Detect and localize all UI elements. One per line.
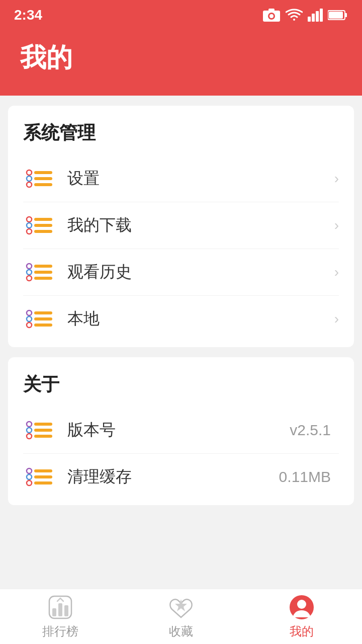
svg-point-17 bbox=[27, 217, 32, 222]
svg-rect-14 bbox=[34, 171, 52, 174]
settings-chevron: › bbox=[334, 171, 339, 187]
svg-point-2 bbox=[269, 14, 274, 18]
wifi-icon bbox=[286, 9, 303, 22]
history-label: 观看历史 bbox=[67, 261, 334, 283]
nav-mine-label: 我的 bbox=[290, 623, 314, 639]
status-bar: 2:34 bbox=[0, 0, 362, 30]
svg-point-42 bbox=[27, 474, 32, 479]
svg-rect-48 bbox=[52, 608, 56, 616]
version-value: v2.5.1 bbox=[290, 422, 331, 439]
favorites-icon bbox=[168, 594, 194, 620]
svg-rect-50 bbox=[64, 605, 68, 616]
downloads-chevron: › bbox=[334, 217, 339, 233]
svg-rect-40 bbox=[34, 435, 52, 438]
nav-mine[interactable]: 我的 bbox=[261, 594, 342, 639]
svg-rect-16 bbox=[34, 183, 52, 186]
svg-point-53 bbox=[297, 600, 306, 609]
svg-point-37 bbox=[27, 434, 32, 439]
photo-icon bbox=[262, 8, 281, 22]
mine-icon bbox=[289, 594, 315, 620]
svg-rect-5 bbox=[312, 14, 315, 22]
ranking-icon bbox=[47, 594, 73, 620]
local-label: 本地 bbox=[67, 308, 334, 330]
svg-point-35 bbox=[27, 422, 32, 427]
about-section-title: 关于 bbox=[23, 372, 339, 397]
svg-rect-28 bbox=[34, 277, 52, 280]
svg-rect-9 bbox=[345, 13, 347, 17]
nav-favorites[interactable]: 收藏 bbox=[141, 594, 221, 639]
nav-ranking-label: 排行榜 bbox=[42, 623, 78, 639]
cache-icon bbox=[23, 465, 55, 489]
svg-rect-26 bbox=[34, 265, 52, 268]
svg-rect-22 bbox=[34, 230, 52, 233]
cache-value: 0.11MB bbox=[279, 468, 331, 486]
svg-rect-38 bbox=[34, 423, 52, 426]
svg-point-41 bbox=[27, 468, 32, 473]
svg-rect-10 bbox=[329, 12, 343, 19]
cache-label: 清理缓存 bbox=[67, 466, 279, 488]
svg-point-19 bbox=[27, 229, 32, 234]
settings-label: 设置 bbox=[67, 168, 334, 190]
svg-rect-45 bbox=[34, 475, 52, 478]
svg-point-25 bbox=[27, 276, 32, 281]
nav-favorites-label: 收藏 bbox=[169, 623, 193, 639]
history-icon bbox=[23, 260, 55, 284]
version-icon bbox=[23, 418, 55, 442]
svg-rect-7 bbox=[320, 9, 323, 22]
svg-point-31 bbox=[27, 323, 32, 328]
cache-item[interactable]: 清理缓存 0.11MB bbox=[23, 454, 339, 500]
svg-rect-46 bbox=[34, 481, 52, 485]
svg-point-24 bbox=[27, 270, 32, 275]
svg-point-36 bbox=[27, 428, 32, 433]
svg-rect-20 bbox=[34, 218, 52, 221]
settings-item[interactable]: 设置 › bbox=[23, 155, 339, 202]
history-item[interactable]: 观看历史 › bbox=[23, 249, 339, 296]
downloads-item[interactable]: 我的下载 › bbox=[23, 202, 339, 249]
history-chevron: › bbox=[334, 264, 339, 280]
nav-ranking[interactable]: 排行榜 bbox=[20, 594, 101, 639]
system-section: 系统管理 设置 › 我的下载 bbox=[8, 106, 354, 347]
svg-point-13 bbox=[27, 182, 32, 187]
svg-rect-39 bbox=[34, 429, 52, 432]
version-item: 版本号 v2.5.1 bbox=[23, 407, 339, 454]
svg-rect-33 bbox=[34, 317, 52, 320]
main-content: 系统管理 设置 › 我的下载 bbox=[0, 96, 362, 589]
svg-point-18 bbox=[27, 223, 32, 228]
svg-point-43 bbox=[27, 480, 32, 486]
signal-icon bbox=[308, 9, 323, 22]
svg-rect-15 bbox=[34, 177, 52, 180]
svg-rect-32 bbox=[34, 311, 52, 314]
svg-point-29 bbox=[27, 310, 32, 315]
about-section: 关于 版本号 v2.5.1 清理缓存 bbox=[8, 357, 354, 505]
settings-icon bbox=[23, 167, 55, 191]
version-label: 版本号 bbox=[67, 419, 290, 441]
svg-rect-34 bbox=[34, 324, 52, 327]
local-item[interactable]: 本地 › bbox=[23, 296, 339, 342]
svg-rect-49 bbox=[58, 603, 62, 616]
svg-rect-3 bbox=[268, 9, 275, 11]
header: 我的 bbox=[0, 30, 362, 96]
system-section-title: 系统管理 bbox=[23, 121, 339, 145]
local-icon bbox=[23, 307, 55, 331]
downloads-label: 我的下载 bbox=[67, 214, 334, 236]
local-chevron: › bbox=[334, 311, 339, 327]
svg-rect-27 bbox=[34, 271, 52, 274]
svg-rect-6 bbox=[316, 11, 319, 22]
status-icons bbox=[262, 8, 348, 22]
page-title: 我的 bbox=[20, 40, 342, 75]
svg-rect-21 bbox=[34, 224, 52, 227]
svg-point-30 bbox=[27, 316, 32, 321]
downloads-icon bbox=[23, 213, 55, 237]
svg-point-12 bbox=[27, 176, 32, 181]
svg-point-11 bbox=[27, 170, 32, 175]
battery-icon bbox=[328, 10, 348, 21]
svg-marker-51 bbox=[175, 599, 187, 611]
status-time: 2:34 bbox=[14, 7, 42, 23]
svg-point-23 bbox=[27, 264, 32, 269]
svg-rect-44 bbox=[34, 469, 52, 472]
bottom-nav: 排行榜 收藏 我的 bbox=[0, 589, 362, 644]
svg-rect-4 bbox=[308, 17, 311, 22]
